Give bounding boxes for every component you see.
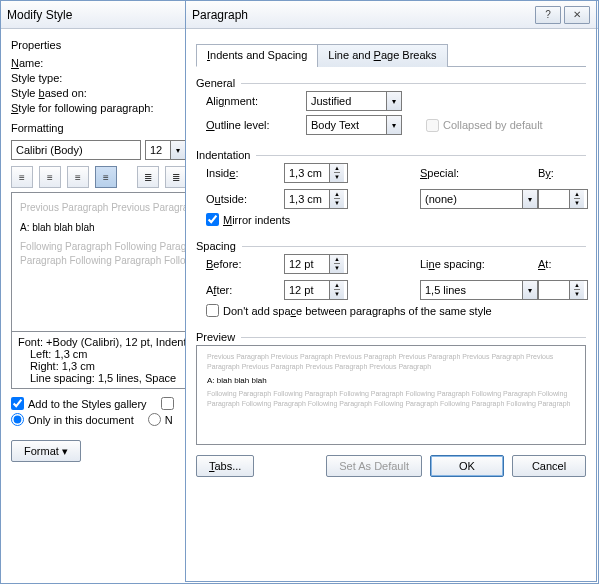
- style-type-label: Style type:: [11, 72, 62, 84]
- dont-add-space-checkbox[interactable]: [206, 304, 219, 317]
- mirror-checkbox[interactable]: [206, 213, 219, 226]
- by-input[interactable]: [539, 190, 569, 208]
- tab-indents-spacing[interactable]: Indents and Spacing: [196, 44, 318, 67]
- font-input[interactable]: [12, 144, 158, 156]
- special-label: Special:: [420, 167, 530, 179]
- format-button[interactable]: Format ▾: [11, 440, 81, 462]
- up-arrow-icon[interactable]: ▲: [574, 190, 580, 199]
- add-gallery-checkbox[interactable]: [11, 397, 24, 410]
- chevron-down-icon[interactable]: ▾: [386, 92, 401, 110]
- align-center-button[interactable]: ≡: [39, 166, 61, 188]
- paragraph-titlebar: Paragraph ? ✕: [186, 1, 596, 29]
- before-input[interactable]: [285, 255, 329, 273]
- auto-update-checkbox[interactable]: [161, 397, 174, 410]
- font-size-combo[interactable]: ▾: [145, 140, 189, 160]
- tabs-button[interactable]: Tabs...: [196, 455, 254, 477]
- font-combo[interactable]: ▾: [11, 140, 141, 160]
- after-spinner[interactable]: ▲▼: [284, 280, 348, 300]
- by-label: By:: [538, 167, 588, 179]
- alignment-label: Alignment:: [206, 95, 296, 107]
- add-gallery-label: Add to the Styles gallery: [28, 398, 147, 410]
- align-justify-button[interactable]: ≡: [95, 166, 117, 188]
- paragraph-dialog: Paragraph ? ✕ Indents and Spacing Line a…: [185, 0, 597, 582]
- chevron-down-icon[interactable]: ▾: [170, 141, 185, 159]
- style-following-label: Style for following paragraph:: [11, 102, 153, 114]
- outline-select[interactable]: Body Text ▾: [306, 115, 402, 135]
- align-right-button[interactable]: ≡: [67, 166, 89, 188]
- paragraph-title: Paragraph: [192, 8, 532, 22]
- only-doc-label: Only in this document: [28, 414, 134, 426]
- down-arrow-icon[interactable]: ▼: [334, 290, 340, 299]
- ok-button[interactable]: OK: [430, 455, 504, 477]
- font-size-input[interactable]: [146, 144, 170, 156]
- linespacing-select[interactable]: 1,5 lines ▾: [420, 280, 538, 300]
- inside-label: Inside:: [206, 167, 276, 179]
- at-label: At:: [538, 258, 588, 270]
- outside-input[interactable]: [285, 190, 329, 208]
- up-arrow-icon[interactable]: ▲: [574, 281, 580, 290]
- line-spacing-more-button[interactable]: ≣: [165, 166, 187, 188]
- outside-spinner[interactable]: ▲▼: [284, 189, 348, 209]
- new-docs-radio[interactable]: [148, 413, 161, 426]
- close-button[interactable]: ✕: [564, 6, 590, 24]
- only-doc-radio[interactable]: [11, 413, 24, 426]
- down-arrow-icon[interactable]: ▼: [574, 290, 580, 299]
- paragraph-tabs: Indents and Spacing Line and Page Breaks: [196, 43, 586, 67]
- set-default-button: Set As Default: [326, 455, 422, 477]
- preview-current-text: A: blah blah blah: [207, 375, 575, 386]
- before-label: Before:: [206, 258, 276, 270]
- align-left-button[interactable]: ≡: [11, 166, 33, 188]
- special-select[interactable]: (none) ▾: [420, 189, 538, 209]
- outline-label: Outline level:: [206, 119, 296, 131]
- down-arrow-icon[interactable]: ▼: [334, 173, 340, 182]
- down-arrow-icon[interactable]: ▼: [574, 199, 580, 208]
- up-arrow-icon[interactable]: ▲: [334, 190, 340, 199]
- inside-input[interactable]: [285, 164, 329, 182]
- before-spinner[interactable]: ▲▼: [284, 254, 348, 274]
- name-label: Name:: [11, 57, 43, 69]
- collapsed-label: Collapsed by default: [443, 119, 543, 131]
- down-arrow-icon[interactable]: ▼: [334, 264, 340, 273]
- general-header: General: [196, 77, 235, 89]
- dont-add-space-label: Don't add space between paragraphs of th…: [223, 305, 492, 317]
- chevron-down-icon[interactable]: ▾: [386, 116, 401, 134]
- up-arrow-icon[interactable]: ▲: [334, 164, 340, 173]
- at-input[interactable]: [539, 281, 569, 299]
- alignment-select[interactable]: Justified ▾: [306, 91, 402, 111]
- spacing-header: Spacing: [196, 240, 236, 252]
- tab-line-page-breaks[interactable]: Line and Page Breaks: [317, 44, 447, 67]
- preview-following-text: Following Paragraph Following Paragraph …: [207, 389, 575, 409]
- inside-spinner[interactable]: ▲▼: [284, 163, 348, 183]
- cancel-button[interactable]: Cancel: [512, 455, 586, 477]
- by-spinner[interactable]: ▲▼: [538, 189, 588, 209]
- after-label: After:: [206, 284, 276, 296]
- line-spacing-1-button[interactable]: ≣: [137, 166, 159, 188]
- mirror-label: Mirror indents: [223, 214, 290, 226]
- help-button[interactable]: ?: [535, 6, 561, 24]
- after-input[interactable]: [285, 281, 329, 299]
- chevron-down-icon[interactable]: ▾: [522, 190, 537, 208]
- down-arrow-icon[interactable]: ▼: [334, 199, 340, 208]
- paragraph-body: Indents and Spacing Line and Page Breaks…: [186, 29, 596, 487]
- up-arrow-icon[interactable]: ▲: [334, 255, 340, 264]
- new-docs-label: N: [165, 414, 173, 426]
- preview-previous-text: Previous Paragraph Previous Paragraph Pr…: [207, 352, 575, 372]
- style-basedon-label: Style based on:: [11, 87, 87, 99]
- paragraph-preview: Previous Paragraph Previous Paragraph Pr…: [196, 345, 586, 445]
- up-arrow-icon[interactable]: ▲: [334, 281, 340, 290]
- preview-header: Preview: [196, 331, 235, 343]
- collapsed-checkbox: [426, 119, 439, 132]
- indentation-header: Indentation: [196, 149, 250, 161]
- linespacing-label: Line spacing:: [420, 258, 530, 270]
- at-spinner[interactable]: ▲▼: [538, 280, 588, 300]
- outside-label: Outside:: [206, 193, 276, 205]
- chevron-down-icon[interactable]: ▾: [522, 281, 537, 299]
